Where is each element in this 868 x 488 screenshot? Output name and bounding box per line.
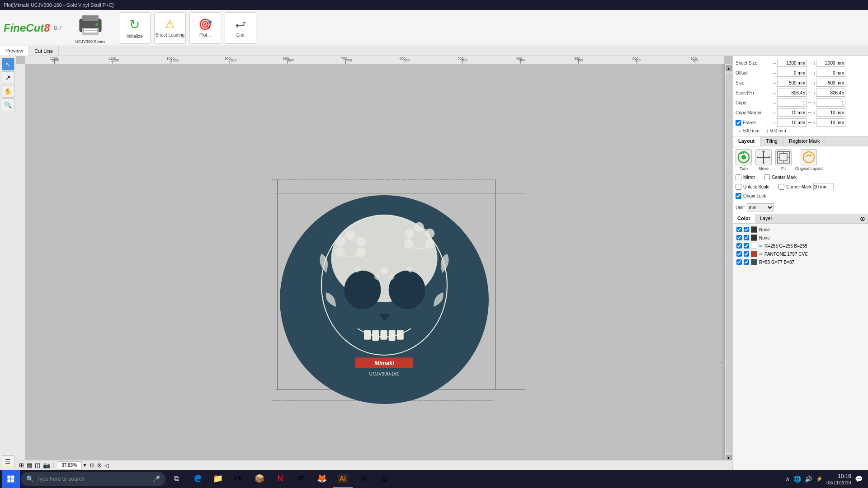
initialize-label: Initialize <box>127 34 143 39</box>
origin-lock-checkbox[interactable] <box>736 193 741 199</box>
color-check-2a[interactable] <box>736 235 742 240</box>
status-icon4[interactable]: 📷 <box>43 462 50 469</box>
taskbar-store[interactable]: 🛍 <box>229 470 249 488</box>
sheet-line-v2 <box>495 179 496 389</box>
volume-icon[interactable]: 🔊 <box>805 475 812 483</box>
status-icon2[interactable]: ▦ <box>27 462 32 469</box>
tab-cut-line[interactable]: Cut Line <box>29 46 59 56</box>
tab-layer[interactable]: Layer <box>755 214 778 223</box>
canvas-area[interactable]: Mimaki UCJV300-160 ▲ ▼ <box>16 56 732 470</box>
unlock-scale-checkbox[interactable] <box>736 184 741 190</box>
zoom-input[interactable] <box>57 461 82 469</box>
mirror-option: Mirror <box>736 174 755 180</box>
node-tool[interactable]: ↗ <box>2 71 14 84</box>
clock[interactable]: 10:16 08/11/2019 <box>826 473 851 486</box>
taskbar-firefox[interactable]: 🦊 <box>312 470 332 488</box>
status-bar: ⊞ ▦ ◫ 📷 | ▼ ⊡ ⊠ ◁ <box>16 460 732 470</box>
scale-y-input[interactable] <box>816 89 845 97</box>
scale-x-input[interactable] <box>777 89 807 97</box>
copy-margin-y-input[interactable] <box>816 108 845 117</box>
status-grid-icon[interactable]: ⊞ <box>19 462 24 469</box>
corner-mark-checkbox[interactable] <box>778 184 784 190</box>
color-check-5b[interactable] <box>744 259 749 265</box>
offset-x-input[interactable] <box>777 69 807 77</box>
turn-btn[interactable]: Turn <box>736 149 752 171</box>
color-check-1b[interactable] <box>744 227 749 232</box>
color-edit-3[interactable]: ✏ <box>759 244 763 249</box>
color-check-4b[interactable] <box>744 251 749 257</box>
corner-mark-value[interactable] <box>813 183 834 190</box>
pan-tool[interactable]: ✋ <box>2 85 14 98</box>
start-button[interactable] <box>2 470 20 488</box>
chevron-up-icon[interactable]: ∧ <box>785 475 790 483</box>
color-check-5a[interactable] <box>736 259 742 265</box>
task-view-btn[interactable]: ⧉ <box>166 470 186 488</box>
mic-icon[interactable]: 🎤 <box>152 475 160 483</box>
taskbar-netflix[interactable]: N <box>270 470 290 488</box>
pan-left-icon[interactable]: ◁ <box>104 462 108 469</box>
copy-y-input[interactable] <box>816 99 845 107</box>
frame-y-input[interactable] <box>816 118 845 127</box>
taskbar-mail[interactable]: ✉ <box>291 470 311 488</box>
network-icon[interactable]: 🌐 <box>793 475 801 483</box>
copy-x-input[interactable] <box>777 99 807 107</box>
color-check-4a[interactable] <box>736 251 742 257</box>
tab-layout[interactable]: Layout <box>733 136 760 146</box>
tab-register-mark[interactable]: Register Mark <box>783 136 826 146</box>
taskbar-illustrator[interactable]: Ai <box>333 470 353 488</box>
color-check-2b[interactable] <box>744 235 749 240</box>
color-edit-4[interactable]: ✏ <box>759 252 763 257</box>
frame-x-input[interactable] <box>777 118 807 127</box>
offset-label: Offset <box>736 70 772 75</box>
explorer-icon: 📁 <box>213 474 223 483</box>
end-btn[interactable]: ⮐ End <box>225 12 256 44</box>
move-btn[interactable]: Move <box>755 149 772 171</box>
initialize-btn[interactable]: ↻ Initialize <box>119 12 151 44</box>
unit-select[interactable]: mm inch <box>747 203 774 211</box>
zoom-100-icon[interactable]: ⊠ <box>97 462 102 469</box>
tab-color[interactable]: Color <box>733 214 755 223</box>
color-check-3b[interactable] <box>744 243 749 249</box>
mail-icon: ✉ <box>298 474 305 483</box>
color-layer-settings[interactable]: ⊕ <box>857 214 868 223</box>
svg-point-12 <box>335 247 344 257</box>
tab-preview[interactable]: Preview <box>0 46 29 56</box>
mirror-checkbox[interactable] <box>736 174 741 180</box>
plot-btn[interactable]: 🎯 Plot... <box>189 12 221 44</box>
sheet-size-h-input[interactable] <box>816 59 845 67</box>
canvas-scrollbar-right[interactable]: ▲ ▼ <box>724 64 732 462</box>
color-check-1a[interactable] <box>736 227 742 232</box>
sheet-size-w-input[interactable] <box>777 59 807 67</box>
firefox-icon: 🦊 <box>317 474 327 483</box>
svg-point-10 <box>345 230 355 240</box>
fit-btn[interactable]: Fit <box>775 149 792 171</box>
notification-icon[interactable]: 💬 <box>855 475 863 483</box>
taskbar-explorer[interactable]: 📁 <box>208 470 228 488</box>
select-tool[interactable]: ↖ <box>2 58 14 70</box>
search-input[interactable] <box>37 476 150 482</box>
taskbar-app1[interactable]: 🖥 <box>354 470 373 488</box>
search-bar[interactable]: 🔍 🎤 <box>21 472 165 486</box>
center-mark-checkbox[interactable] <box>764 174 770 180</box>
offset-y-input[interactable] <box>816 69 845 77</box>
fit-icon <box>775 149 792 165</box>
taskbar-dropbox[interactable]: 📦 <box>250 470 269 488</box>
ucjv300-btn[interactable]: UCJV300 Series <box>75 12 106 44</box>
color-check-3a[interactable] <box>736 243 742 249</box>
list-tool[interactable]: ☰ <box>2 455 14 468</box>
tab-tiling[interactable]: Tiling <box>760 136 783 146</box>
zoom-fit-icon[interactable]: ⊡ <box>90 462 94 469</box>
status-icon3[interactable]: ◫ <box>35 462 40 469</box>
svg-rect-4 <box>84 31 97 33</box>
size-w-input[interactable] <box>777 79 807 87</box>
frame-checkbox[interactable] <box>736 120 741 126</box>
size-h-input[interactable] <box>816 79 845 87</box>
taskbar-edge[interactable] <box>187 470 207 488</box>
sheet-loading-btn[interactable]: ⚠ Sheet Loading <box>154 12 186 44</box>
zoom-tool[interactable]: 🔍 <box>2 99 14 111</box>
copy-margin-x-input[interactable] <box>777 108 807 117</box>
zoom-dropdown[interactable]: ▼ <box>83 463 87 468</box>
original-layout-btn[interactable]: Original Layout <box>795 149 823 171</box>
taskbar-app2[interactable]: 🖨 <box>374 470 394 488</box>
battery-icon[interactable]: ⚡ <box>816 476 823 482</box>
